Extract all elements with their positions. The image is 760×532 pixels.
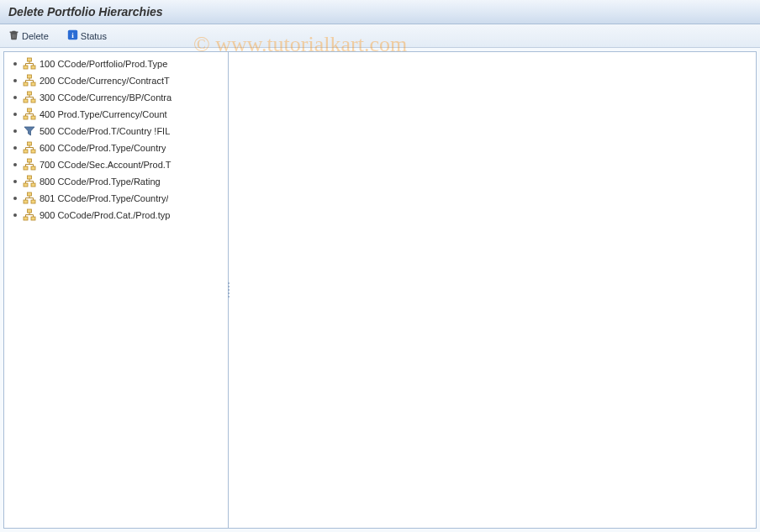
bullet-icon <box>13 180 17 183</box>
bullet-icon <box>13 197 17 200</box>
page-title: Delete Portfolio Hierarchies <box>8 5 163 18</box>
tree-item-label: 400 Prod.Type/Currency/Count <box>40 109 167 119</box>
svg-rect-13 <box>31 116 35 119</box>
tree-item-label: 801 CCode/Prod.Type/Country/ <box>40 193 168 203</box>
bullet-icon <box>13 213 17 217</box>
svg-rect-28 <box>31 217 35 220</box>
hierarchy-icon <box>23 175 36 188</box>
svg-rect-10 <box>31 99 35 103</box>
tree-item-label: 900 CoCode/Prod.Cat./Prod.typ <box>40 210 170 220</box>
tree-item[interactable]: 700 CCode/Sec.Account/Prod.T <box>6 156 226 173</box>
svg-rect-18 <box>24 166 28 170</box>
tree-item-label: 500 CCode/Prod.T/Country !FIL <box>40 126 170 136</box>
svg-rect-5 <box>28 75 32 78</box>
tree-item-label: 200 CCode/Currency/ContractT <box>40 76 170 86</box>
delete-button[interactable]: Delete <box>5 28 52 44</box>
svg-rect-20 <box>28 176 32 179</box>
trash-icon <box>8 29 19 42</box>
hierarchy-icon <box>23 208 36 222</box>
hierarchy-icon <box>23 74 36 87</box>
bullet-icon <box>13 113 17 116</box>
tree-item-label: 300 CCode/Currency/BP/Contra <box>40 92 172 103</box>
svg-rect-4 <box>31 66 35 69</box>
svg-rect-25 <box>31 200 35 203</box>
svg-rect-6 <box>24 82 28 86</box>
status-button-label: Status <box>81 31 107 41</box>
filter-icon <box>23 124 36 138</box>
tree-item-label: 700 CCode/Sec.Account/Prod.T <box>40 160 172 170</box>
tree-item[interactable]: 801 CCode/Prod.Type/Country/ <box>6 190 226 207</box>
toolbar: Delete i Status <box>0 24 760 48</box>
content-panel <box>229 51 757 529</box>
svg-rect-2 <box>28 58 32 61</box>
tree-item[interactable]: 200 CCode/Currency/ContractT <box>6 72 226 89</box>
svg-rect-3 <box>24 66 28 69</box>
tree-item-label: 100 CCode/Portfolio/Prod.Type <box>40 59 167 69</box>
svg-rect-11 <box>28 108 32 112</box>
tree-item[interactable]: 100 CCode/Portfolio/Prod.Type <box>6 55 226 72</box>
hierarchy-icon <box>23 141 36 155</box>
tree-item-label: 600 CCode/Prod.Type/Country <box>40 143 166 153</box>
svg-rect-12 <box>24 116 28 119</box>
bullet-icon <box>13 163 17 166</box>
svg-rect-26 <box>28 209 32 213</box>
tree-item[interactable]: 500 CCode/Prod.T/Country !FIL <box>6 123 226 140</box>
svg-rect-22 <box>31 183 35 187</box>
tree-item[interactable]: 600 CCode/Prod.Type/Country <box>6 140 226 156</box>
tree-item[interactable]: 900 CoCode/Prod.Cat./Prod.typ <box>6 207 226 224</box>
bullet-icon <box>13 79 17 82</box>
info-icon: i <box>67 29 78 42</box>
tree-item-label: 800 CCode/Prod.Type/Rating <box>40 176 161 187</box>
hierarchy-icon <box>23 57 36 71</box>
hierarchy-icon <box>23 91 36 104</box>
delete-button-label: Delete <box>22 31 49 41</box>
hierarchy-icon <box>23 158 36 171</box>
hierarchy-icon <box>23 192 36 205</box>
svg-rect-19 <box>31 166 35 170</box>
svg-rect-21 <box>24 183 28 187</box>
svg-rect-9 <box>24 99 28 103</box>
svg-rect-16 <box>31 150 35 153</box>
bullet-icon <box>13 62 17 66</box>
hierarchy-icon <box>23 108 36 121</box>
title-bar: Delete Portfolio Hierarchies <box>0 0 760 24</box>
svg-rect-27 <box>24 217 28 220</box>
tree-item[interactable]: 300 CCode/Currency/BP/Contra <box>6 89 226 106</box>
svg-rect-23 <box>28 192 32 196</box>
bullet-icon <box>13 146 17 150</box>
splitter-handle[interactable] <box>226 277 231 303</box>
svg-rect-8 <box>28 92 32 95</box>
bullet-icon <box>13 96 17 99</box>
tree-panel: 100 CCode/Portfolio/Prod.Type200 CCode/C… <box>3 51 229 529</box>
svg-rect-7 <box>31 82 35 86</box>
bullet-icon <box>13 129 17 133</box>
tree-item[interactable]: 400 Prod.Type/Currency/Count <box>6 106 226 123</box>
svg-rect-24 <box>24 200 28 203</box>
main-area: 100 CCode/Portfolio/Prod.Type200 CCode/C… <box>0 48 760 532</box>
svg-rect-15 <box>24 150 28 153</box>
svg-rect-14 <box>28 142 32 145</box>
tree-item[interactable]: 800 CCode/Prod.Type/Rating <box>6 173 226 190</box>
svg-rect-17 <box>28 159 32 162</box>
status-button[interactable]: i Status <box>64 28 110 44</box>
